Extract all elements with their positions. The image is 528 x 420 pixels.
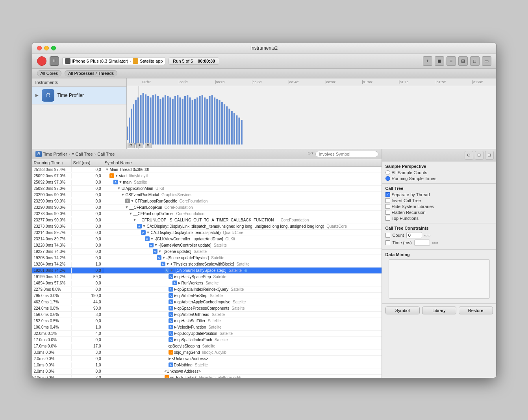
td-self-10: 0,0 bbox=[72, 230, 103, 235]
minimize-button[interactable] bbox=[44, 46, 49, 50]
breadcrumb-time-profiler[interactable]: ⏱ Time Profiler bbox=[35, 151, 67, 157]
add-button[interactable]: + bbox=[423, 56, 432, 66]
checkbox-top-functions-btn[interactable] bbox=[385, 216, 390, 221]
checkbox-invert-call-tree-btn[interactable] bbox=[385, 198, 390, 203]
td-running-22: 224.0ms 0.8% bbox=[32, 306, 72, 311]
row-icon-18: A bbox=[172, 281, 177, 285]
table-row[interactable]: 156.0ms 0.6%3,0A▶cpArbiterUnthreadSateli… bbox=[32, 312, 382, 318]
table-row[interactable]: 17.0ms 0.0%0,0A▶cpSpatialIndexEachSateli… bbox=[32, 337, 382, 343]
table-row[interactable]: 19205.0ms 74.2%0,0A▼-[Scene updatePhysic… bbox=[32, 255, 382, 261]
table-row[interactable]: 2.0ms 0.0%0,0<Unknown Address> bbox=[32, 368, 382, 375]
table-row[interactable]: 795.0ms 3.0%190,0A▶cpArbiterPreStepSatel… bbox=[32, 293, 382, 299]
view-mode-4-button[interactable]: □ bbox=[470, 56, 480, 66]
table-row[interactable]: 32.0ms 0.1%4,0A▶cpBodyUpdatePositionSate… bbox=[32, 331, 382, 337]
view-mode-5-button[interactable]: ▭ bbox=[482, 56, 491, 66]
time-checkbox[interactable] bbox=[385, 240, 390, 245]
timeline-ctrl-2[interactable]: ≡ bbox=[136, 143, 143, 148]
symbol-name-3: UIApplicationMain bbox=[121, 186, 153, 191]
checkbox-hide-system-libs[interactable]: Hide System Libraries bbox=[385, 204, 493, 209]
traffic-lights bbox=[37, 46, 56, 50]
table-row[interactable]: 23214.0ms 89.7%0,0A▼-[GLKViewController … bbox=[32, 236, 382, 242]
timeline-ctrl-3[interactable]: ⊞ bbox=[145, 143, 152, 148]
instrument-row[interactable]: ▶ ⏱ Time Profiler bbox=[32, 87, 126, 104]
library-button[interactable]: Library bbox=[422, 307, 456, 314]
radio-all-sample-counts[interactable]: All Sample Counts bbox=[385, 170, 493, 175]
table-row[interactable]: 19199.0ms 74.2%59,0A▶cpHastySpaceStepSat… bbox=[32, 274, 382, 280]
table-row[interactable]: 23278.0ms 90.0%0,0▼__CFRunLoopDoTimerCor… bbox=[32, 211, 382, 217]
table-row[interactable]: 19227.0ms 74.3%0,0A▼-[Scene update:]Sate… bbox=[32, 249, 382, 255]
breadcrumb-call-tree-2[interactable]: Call Tree bbox=[97, 152, 115, 156]
view-mode-1-button[interactable]: ⏹ bbox=[435, 56, 444, 66]
close-button[interactable] bbox=[37, 46, 42, 50]
svg-rect-5 bbox=[135, 100, 136, 145]
rp-icon-1[interactable]: ⊙ bbox=[465, 151, 473, 160]
th-symbol[interactable]: Symbol Name bbox=[103, 159, 382, 166]
symbol-button[interactable]: Symbol bbox=[385, 307, 420, 314]
checkbox-separate-thread[interactable]: ✓ Separate by Thread bbox=[385, 192, 493, 197]
all-cores-filter[interactable]: All Cores bbox=[37, 70, 62, 76]
row-icon-31: A bbox=[169, 362, 173, 367]
all-cores-label: All Cores bbox=[41, 71, 58, 76]
td-self-19: 0,0 bbox=[72, 287, 103, 292]
td-symbol-2: A▼mainSatelite bbox=[103, 179, 382, 185]
count-min-input[interactable] bbox=[406, 232, 422, 238]
table-row[interactable]: 23273.0ms 90.0%0,0A▼CA::Display::Display… bbox=[32, 223, 382, 230]
checkbox-separate-thread-btn[interactable]: ✓ bbox=[385, 192, 390, 197]
checkbox-invert-call-tree[interactable]: Invert Call Tree bbox=[385, 198, 493, 203]
table-row[interactable]: 23290.0ms 90.0%0,0▼__CFRunLoopRunCoreFou… bbox=[32, 204, 382, 211]
time-min-input[interactable] bbox=[414, 240, 430, 246]
table-row[interactable]: 23290.0ms 90.0%0,0?▼CFRunLoopRunSpecific… bbox=[32, 198, 382, 204]
all-processes-filter[interactable]: All Processes / Threads bbox=[65, 70, 117, 76]
table-row[interactable]: 462.0ms 1.7%44,0A▶cpArbiterApplyCachedIm… bbox=[32, 299, 382, 305]
table-row[interactable]: 19204.0ms 74.2%1,0A▼+[Physics step:timeS… bbox=[32, 261, 382, 268]
table-row[interactable]: 23277.0ms 90.0%0,0▼__CFRUNLOOP_IS_CALLIN… bbox=[32, 217, 382, 223]
table-row[interactable]: 19201.0ms 74.2%0,0A▼-[ChipmunkHastySpace… bbox=[32, 268, 382, 274]
timeline-chart[interactable] bbox=[127, 86, 496, 149]
table-row[interactable]: 17.0ms 0.0%17,0cpBodyIsSleepingSatelite bbox=[32, 343, 382, 349]
view-mode-2-button[interactable]: ≡ bbox=[446, 56, 456, 66]
table-row[interactable]: 1.0ms 0.0%1,0ADoNothingSatelite bbox=[32, 362, 382, 368]
table-row[interactable]: 2.0ms 0.0%0,0▶<Unknown Address> bbox=[32, 356, 382, 362]
count-checkbox[interactable] bbox=[385, 233, 390, 238]
rp-icon-3[interactable]: ⊟ bbox=[485, 151, 494, 160]
timeline-ctrl-1[interactable]: ⊡ bbox=[128, 143, 135, 148]
window-title: Instruments2 bbox=[250, 45, 278, 51]
table-row[interactable]: 23290.0ms 90.0%0,0▼GSEventRunModalGraphi… bbox=[32, 192, 382, 198]
symbol-name-11: -[GLKViewController _updateAndDraw] bbox=[154, 237, 223, 241]
pause-button[interactable]: ⏸ bbox=[50, 56, 59, 66]
table-row[interactable]: 25183.0ms 97.4%0,0▼Main Thread 0x386d0f bbox=[32, 167, 382, 173]
table-row[interactable]: 224.0ms 0.8%90,0A▶cpSpaceProcessComponen… bbox=[32, 305, 382, 312]
radio-running-sample-times-btn[interactable] bbox=[385, 176, 390, 181]
table-row[interactable]: 23214.0ms 89.7%0,0A▼CA::Display::Display… bbox=[32, 230, 382, 236]
td-symbol-23: A▶cpArbiterUnthreadSatelite bbox=[103, 312, 382, 317]
radio-running-sample-times[interactable]: Running Sample Times bbox=[385, 176, 493, 181]
table-row[interactable]: 25092.0ms 97.0%0,0○▼startlibdyld.dylib bbox=[32, 173, 382, 179]
table-row[interactable]: 25092.0ms 97.0%0,0▼UIApplicationMainUIKi… bbox=[32, 186, 382, 192]
table-row[interactable]: 106.0ms 0.4%1,0A▶VelocityFunctionSatelit… bbox=[32, 324, 382, 331]
td-self-27: 0,0 bbox=[72, 337, 103, 342]
rp-icon-2[interactable]: ⊞ bbox=[475, 151, 484, 160]
table-row[interactable]: 25092.0ms 97.0%0,0A▼mainSatelite bbox=[32, 179, 382, 186]
table-row[interactable]: 14894.0ms 57.6%0,0A▶RunWorkersSatelite bbox=[32, 280, 382, 286]
radio-all-sample-counts-btn[interactable] bbox=[385, 170, 390, 175]
checkbox-top-functions[interactable]: Top Functions bbox=[385, 216, 493, 221]
device-selector[interactable]: iPhone 6 Plus (8.3 Simulator) › Satelite… bbox=[62, 57, 166, 65]
table-row[interactable]: 19228.0ms 74.3%0,0A▼-[GameViewController… bbox=[32, 242, 382, 249]
record-button[interactable] bbox=[37, 56, 46, 66]
checkbox-flatten-recursion-btn[interactable] bbox=[385, 210, 390, 215]
breadcrumb-call-tree-1[interactable]: ≡ Call Tree bbox=[72, 152, 93, 156]
checkbox-flatten-recursion[interactable]: Flatten Recursion bbox=[385, 210, 493, 215]
th-self[interactable]: Self (ms) bbox=[72, 159, 103, 166]
table-row[interactable]: 3.0ms 0.0%3,0○objc_msgSendlibobjc.A.dyli… bbox=[32, 349, 382, 356]
table-row[interactable]: 2.0ms 0.0%2,0○os_lock_trylocklibsystem_p… bbox=[32, 375, 382, 378]
checkbox-hide-system-libs-btn[interactable] bbox=[385, 204, 390, 209]
maximize-button[interactable] bbox=[51, 46, 56, 50]
table-row[interactable]: 152.0ms 0.5%0,0A▶cpHashSetFilterSatelite bbox=[32, 318, 382, 324]
td-symbol-19: A▶cpSpatialIndexReindexQuerySatelite bbox=[103, 286, 382, 292]
table-row[interactable]: 2279.0ms 8.8%0,0A▶cpSpatialIndexReindexQ… bbox=[32, 286, 382, 293]
time-profiler-icon: ⏱ bbox=[35, 151, 42, 157]
search-input[interactable] bbox=[315, 151, 378, 157]
th-running[interactable]: Running Time ↓ bbox=[32, 159, 72, 166]
view-mode-3-button[interactable]: ⊞ bbox=[458, 56, 468, 66]
restore-button[interactable]: Restore bbox=[459, 307, 493, 314]
